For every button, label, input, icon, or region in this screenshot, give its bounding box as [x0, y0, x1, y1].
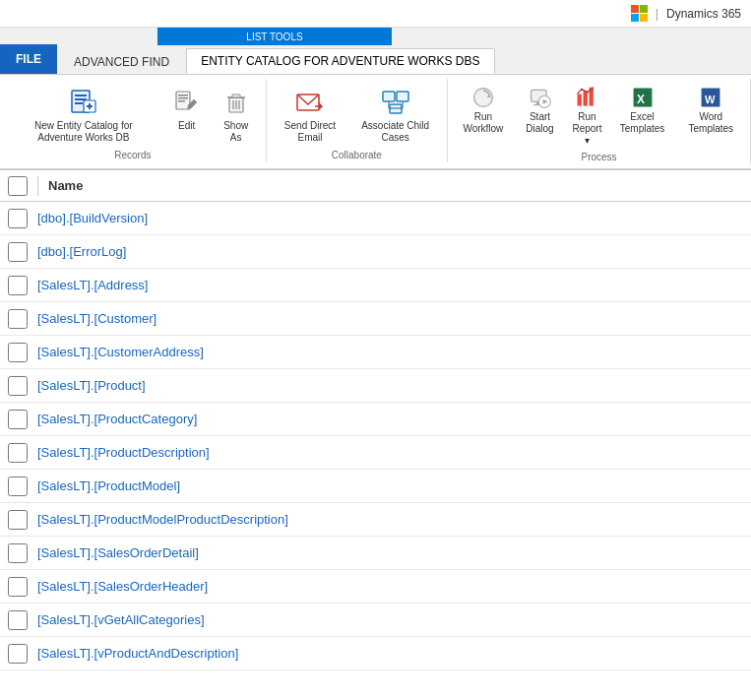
new-entity-button[interactable]: New Entity Catalog for Adventure Works D… [6, 83, 161, 148]
svg-rect-9 [178, 97, 188, 99]
row-checkbox-7[interactable] [8, 443, 28, 463]
ribbon-section-records-items: New Entity Catalog for Adventure Works D… [6, 81, 260, 148]
ms-logo-yellow [640, 14, 648, 22]
run-workflow-icon [471, 86, 495, 109]
show-as-label: Show As [219, 120, 254, 144]
row-checkbox-10[interactable] [8, 543, 28, 563]
delete-icon [220, 87, 252, 118]
row-link-3[interactable]: [SalesLT].[Customer] [37, 311, 156, 326]
edit-button[interactable]: Edit [163, 83, 211, 136]
app-wrapper: | Dynamics 365 LIST TOOLS FILE ADVANCED … [0, 0, 751, 700]
row-link-5[interactable]: [SalesLT].[Product] [37, 378, 146, 393]
row-checkbox-5[interactable] [8, 376, 28, 396]
row-checkbox-2[interactable] [8, 276, 28, 295]
run-workflow-button[interactable]: Run Workflow [454, 83, 513, 138]
grid-rows: [dbo].[BuildVersion] [dbo].[ErrorLog] [S… [0, 202, 751, 670]
row-link-2[interactable]: [SalesLT].[Address] [37, 278, 148, 292]
tools-banner-rest [392, 28, 751, 45]
select-all-checkbox[interactable] [8, 176, 28, 196]
start-dialog-button[interactable]: Start Dialog [515, 83, 566, 138]
row-checkbox-11[interactable] [8, 577, 28, 597]
tools-banner: LIST TOOLS [0, 28, 751, 45]
row-link-11[interactable]: [SalesLT].[SalesOrderHeader] [37, 579, 208, 594]
top-bar: | Dynamics 365 [0, 0, 751, 28]
row-checkbox-9[interactable] [8, 510, 28, 530]
svg-text:X: X [637, 93, 645, 106]
new-entity-label: New Entity Catalog for Adventure Works D… [12, 120, 156, 144]
row-checkbox-8[interactable] [8, 477, 28, 496]
process-label: Process [454, 150, 744, 162]
ribbon-section-collaborate: Send Direct Email [267, 79, 448, 162]
svg-rect-19 [383, 92, 395, 101]
table-row[interactable]: [SalesLT].[ProductDescription] [0, 436, 751, 470]
excel-icon: X [631, 86, 655, 109]
svg-rect-10 [178, 100, 185, 102]
row-checkbox-6[interactable] [8, 410, 28, 429]
col-name-header: Name [48, 178, 83, 193]
table-row[interactable]: [dbo].[ErrorLog] [0, 235, 751, 269]
row-link-8[interactable]: [SalesLT].[ProductModel] [37, 478, 180, 493]
row-link-10[interactable]: [SalesLT].[SalesOrderDetail] [37, 545, 199, 560]
table-row[interactable]: [SalesLT].[Product] [0, 369, 751, 403]
table-row[interactable]: [SalesLT].[ProductModel] [0, 470, 751, 503]
run-report-button[interactable]: Run Report ▾ [567, 83, 606, 150]
tab-file[interactable]: FILE [0, 44, 57, 74]
ms-logo [631, 5, 648, 22]
row-checkbox-1[interactable] [8, 242, 28, 262]
tab-entity-catalog[interactable]: ENTITY CATALOG FOR ADVENTURE WORKS DBS [186, 48, 494, 74]
table-row[interactable]: [dbo].[BuildVersion] [0, 202, 751, 235]
table-row[interactable]: [SalesLT].[vProductAndDescription] [0, 637, 751, 670]
grid-header: Name [0, 170, 751, 202]
row-link-0[interactable]: [dbo].[BuildVersion] [37, 211, 148, 225]
ms-logo-blue [631, 14, 639, 22]
grid-divider [37, 176, 38, 196]
word-templates-button[interactable]: W Word Templates [678, 83, 744, 138]
row-link-7[interactable]: [SalesLT].[ProductDescription] [37, 445, 210, 460]
associate-child-cases-label: Associate Child Cases [355, 120, 435, 144]
associate-child-cases-button[interactable]: Associate Child Cases [349, 83, 441, 148]
excel-templates-label: Excel Templates [614, 111, 671, 135]
svg-rect-34 [584, 91, 588, 105]
ribbon-section-records: New Entity Catalog for Adventure Works D… [0, 79, 267, 162]
row-link-4[interactable]: [SalesLT].[CustomerAddress] [37, 345, 204, 359]
row-link-1[interactable]: [dbo].[ErrorLog] [37, 244, 126, 259]
ribbon-section-process: Run Workflow S [448, 79, 751, 164]
grid-container: Name [dbo].[BuildVersion] [dbo].[ErrorLo… [0, 170, 751, 700]
row-checkbox-12[interactable] [8, 610, 28, 630]
svg-rect-8 [178, 95, 188, 96]
list-tools-banner: LIST TOOLS [157, 28, 392, 45]
ms-logo-red [631, 5, 639, 13]
table-row[interactable]: [SalesLT].[ProductCategory] [0, 403, 751, 436]
svg-rect-33 [578, 95, 582, 106]
row-checkbox-13[interactable] [8, 644, 28, 664]
tools-banner-spacer [0, 28, 157, 45]
excel-templates-button[interactable]: X Excel Templates [609, 83, 676, 138]
table-row[interactable]: [SalesLT].[vGetAllCategories] [0, 604, 751, 637]
table-row[interactable]: [SalesLT].[Customer] [0, 302, 751, 336]
row-link-12[interactable]: [SalesLT].[vGetAllCategories] [37, 612, 205, 627]
row-link-6[interactable]: [SalesLT].[ProductCategory] [37, 412, 197, 426]
records-label: Records [6, 148, 260, 160]
tab-advanced-find[interactable]: ADVANCED FIND [59, 48, 184, 74]
table-row[interactable]: [SalesLT].[Address] [0, 269, 751, 302]
ribbon-band: New Entity Catalog for Adventure Works D… [0, 75, 751, 170]
table-row[interactable]: [SalesLT].[CustomerAddress] [0, 336, 751, 369]
table-row[interactable]: [SalesLT].[SalesOrderHeader] [0, 570, 751, 604]
show-as-button[interactable]: Show As [213, 83, 260, 148]
collaborate-label: Collaborate [273, 148, 441, 160]
run-report-icon [575, 86, 598, 109]
row-link-13[interactable]: [SalesLT].[vProductAndDescription] [37, 646, 238, 661]
new-entity-icon [68, 87, 99, 118]
send-direct-email-button[interactable]: Send Direct Email [273, 83, 348, 148]
word-icon: W [699, 86, 722, 109]
row-checkbox-0[interactable] [8, 209, 28, 228]
table-row[interactable]: [SalesLT].[SalesOrderDetail] [0, 537, 751, 570]
svg-rect-1 [75, 95, 87, 96]
ms-logo-green [640, 5, 648, 13]
word-templates-label: Word Templates [683, 111, 739, 135]
table-row[interactable]: [SalesLT].[ProductModelProductDescriptio… [0, 503, 751, 537]
row-link-9[interactable]: [SalesLT].[ProductModelProductDescriptio… [37, 512, 288, 527]
content-area: Name [dbo].[BuildVersion] [dbo].[ErrorLo… [0, 170, 751, 700]
row-checkbox-4[interactable] [8, 343, 28, 362]
row-checkbox-3[interactable] [8, 309, 28, 329]
